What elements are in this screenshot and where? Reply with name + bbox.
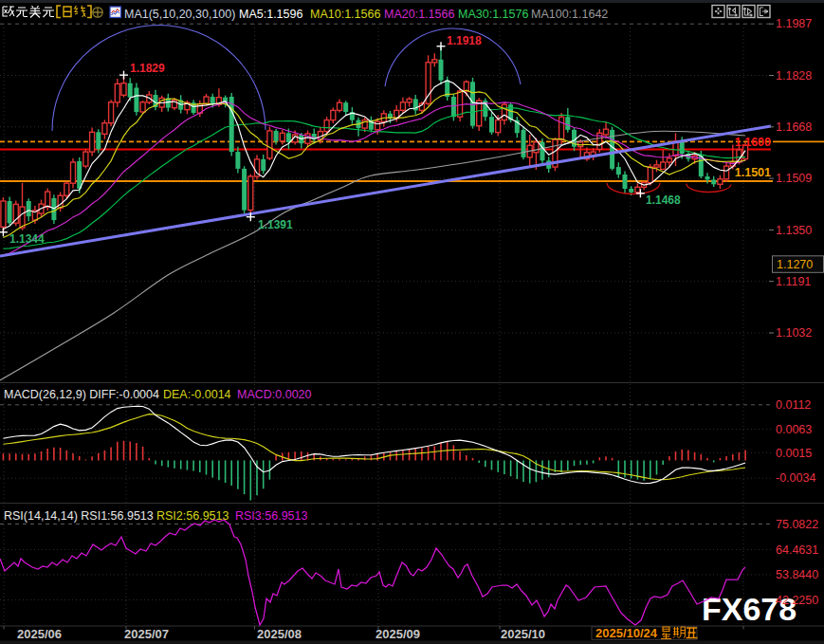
svg-text:2025/07: 2025/07 [124, 627, 169, 641]
svg-text:MACD:0.0020: MACD:0.0020 [237, 388, 312, 401]
svg-text:0.0112: 0.0112 [776, 398, 811, 412]
svg-text:42.2250: 42.2250 [776, 594, 818, 607]
svg-text:DEA:-0.0014: DEA:-0.0014 [163, 388, 231, 401]
svg-text:1.1509: 1.1509 [776, 172, 812, 185]
svg-text:53.8440: 53.8440 [776, 568, 818, 581]
svg-text:1.1391: 1.1391 [258, 218, 293, 231]
svg-text:1.1600: 1.1600 [735, 136, 771, 149]
svg-text:-0.0034: -0.0034 [776, 471, 815, 485]
svg-text:1.1270: 1.1270 [777, 258, 813, 271]
svg-text:MA20:1.1566: MA20:1.1566 [384, 8, 454, 21]
svg-text:1.1828: 1.1828 [776, 69, 812, 83]
svg-text:1.1668: 1.1668 [776, 120, 812, 134]
svg-text:2025/08: 2025/08 [257, 627, 302, 641]
svg-text:MA10:1.1566: MA10:1.1566 [310, 8, 380, 21]
svg-text:0.0063: 0.0063 [776, 423, 812, 436]
svg-text:RSI3:56.9513: RSI3:56.9513 [235, 509, 307, 523]
svg-text:64.4631: 64.4631 [776, 543, 818, 557]
svg-text:1.1032: 1.1032 [776, 326, 812, 340]
svg-text:0.0015: 0.0015 [776, 447, 812, 460]
svg-text:RSI2:56.9513: RSI2:56.9513 [156, 509, 229, 523]
svg-text:2025/09: 2025/09 [375, 627, 420, 641]
svg-text:MA30:1.1576: MA30:1.1576 [458, 8, 528, 21]
svg-text:1.1501: 1.1501 [735, 166, 771, 179]
svg-text:MACD(26,12,9) DIFF:-0.0004: MACD(26,12,9) DIFF:-0.0004 [4, 388, 159, 401]
svg-text:1.1191: 1.1191 [776, 275, 811, 288]
svg-text:MA1(5,10,20,30,100): MA1(5,10,20,30,100) [124, 8, 235, 21]
svg-text:MA5:1.1596: MA5:1.1596 [239, 8, 302, 21]
svg-text:1.1468: 1.1468 [646, 193, 681, 207]
svg-text:75.0822: 75.0822 [776, 518, 818, 531]
svg-text:2025/10: 2025/10 [501, 627, 545, 641]
svg-text:1.1350: 1.1350 [776, 224, 812, 237]
svg-text:1.1918: 1.1918 [447, 34, 482, 47]
svg-text:1.1344: 1.1344 [9, 232, 45, 246]
svg-text:2025/06: 2025/06 [17, 627, 62, 641]
svg-text:2025/10/24: 2025/10/24 [595, 626, 658, 640]
svg-text:1.1829: 1.1829 [130, 62, 165, 75]
svg-text:1.1987: 1.1987 [776, 17, 812, 30]
svg-text:MA100:1.1642: MA100:1.1642 [531, 8, 608, 21]
svg-text:RSI(14,14,14) RSI1:56.9513: RSI(14,14,14) RSI1:56.9513 [4, 509, 154, 523]
